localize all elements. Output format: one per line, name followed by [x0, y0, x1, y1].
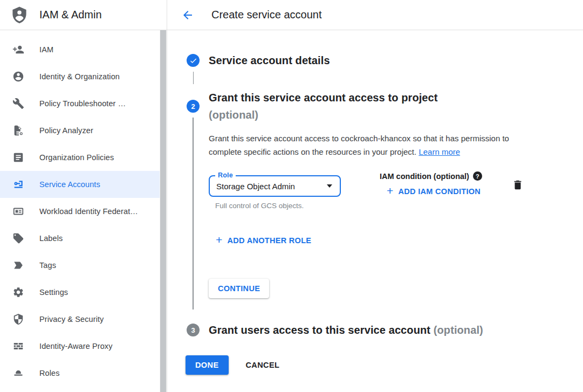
gear-icon [12, 286, 24, 298]
role-select-value: Storage Object Admin [216, 182, 295, 191]
add-another-role-label: ADD ANOTHER ROLE [228, 236, 312, 245]
footer-actions: DONE CANCEL [186, 355, 583, 375]
org-policies-icon [12, 152, 24, 163]
sidebar-item-labels[interactable]: Labels [0, 225, 160, 252]
policy-analyzer-icon [12, 125, 24, 136]
step-1-completed-check-icon [187, 54, 200, 67]
sidebar-item-tags[interactable]: Tags [0, 252, 160, 279]
sidebar-item-label: Identity-Aware Proxy [39, 342, 113, 350]
step-1-title: Service account details [209, 54, 330, 67]
step-3-title: Grant users access to this service accou… [209, 324, 483, 336]
add-iam-condition-label: ADD IAM CONDITION [399, 187, 481, 196]
role-helper-text: Full control of GCS objects. [209, 202, 341, 210]
sidebar-item-identity-organization[interactable]: Identity & Organization [0, 63, 160, 90]
sidebar-nav: IAMIdentity & OrganizationPolicy Trouble… [0, 30, 167, 392]
sidebar-item-privacy-security[interactable]: Privacy & Security [0, 306, 160, 333]
step-connector-line [193, 118, 194, 310]
sidebar-item-identity-aware-proxy[interactable]: Identity-Aware Proxy [0, 333, 160, 360]
sidebar-item-roles[interactable]: Roles [0, 360, 160, 387]
sidebar-item-label: Workload Identity Federat… [39, 207, 138, 216]
sidebar-item-label: Settings [39, 288, 68, 297]
dropdown-arrow-icon [327, 184, 332, 188]
sidebar-item-policy-troubleshooter[interactable]: Policy Troubleshooter … [0, 90, 160, 117]
step-2-description-text: Grant this service account access to coc… [209, 134, 509, 156]
account-circle-icon [12, 71, 24, 82]
step-2-optional-label: (optional) [209, 106, 529, 123]
iam-condition-block: IAM condition (optional) ? + ADD IAM CON… [380, 171, 482, 210]
sidebar-scrollbar [160, 30, 167, 392]
hat-icon [12, 367, 24, 379]
sidebar-item-policy-analyzer[interactable]: Policy Analyzer [0, 117, 160, 144]
sidebar-item-label: Organization Policies [39, 153, 114, 162]
label-tag-icon [12, 232, 24, 244]
cancel-button[interactable]: CANCEL [246, 355, 280, 375]
main-content: Service account details 2 Grant this ser… [167, 30, 583, 392]
delete-role-trash-icon[interactable] [512, 179, 525, 192]
iam-admin-shield-logo-icon [9, 4, 29, 26]
done-button[interactable]: DONE [186, 355, 229, 375]
service-account-key-icon [12, 178, 24, 190]
step-2-number-badge: 2 [187, 100, 200, 113]
step-3-optional-label: (optional) [434, 324, 483, 336]
sidebar-item-label: Policy Analyzer [39, 126, 93, 135]
role-select-label: Role [215, 171, 236, 179]
product-title: IAM & Admin [39, 9, 102, 21]
sidebar-item-label: Service Accounts [39, 180, 100, 189]
role-select[interactable]: Role Storage Object Admin [209, 175, 341, 197]
proxy-wall-icon [12, 340, 24, 352]
step-2-description: Grant this service account access to coc… [209, 132, 529, 159]
step-2-title: Grant this service account access to pro… [209, 89, 529, 106]
wrench-icon [12, 98, 24, 109]
add-another-role-button[interactable]: + ADD ANOTHER ROLE [216, 235, 529, 246]
back-arrow-icon[interactable] [181, 9, 194, 22]
sidebar-item-settings[interactable]: Settings [0, 279, 160, 306]
learn-more-link[interactable]: Learn more [419, 147, 460, 156]
iam-condition-label: IAM condition (optional) [380, 172, 469, 181]
role-field-group: Role Storage Object Admin Full control o… [209, 175, 341, 210]
plus-icon: + [387, 185, 394, 196]
sidebar-item-label: Tags [39, 261, 56, 270]
tag-arrow-icon [12, 259, 24, 271]
step-1-service-account-details: Service account details [187, 54, 583, 67]
top-app-bar: IAM & Admin Create service account [0, 0, 583, 30]
step-3-number-badge: 3 [187, 324, 200, 336]
sidebar-item-label: Labels [39, 234, 63, 243]
person-add-icon [12, 44, 24, 56]
step-2-marker: 2 [187, 89, 200, 310]
step-3-grant-users-access: 3 Grant users access to this service acc… [187, 324, 583, 336]
sidebar-item-iam[interactable]: IAM [0, 36, 160, 63]
help-icon[interactable]: ? [473, 171, 482, 181]
sidebar-item-label: Policy Troubleshooter … [39, 99, 126, 108]
sidebar-item-label: IAM [39, 45, 53, 54]
shield-half-icon [12, 313, 24, 325]
page-header: Create service account [167, 0, 322, 30]
step-connector-line [193, 72, 194, 84]
product-header: IAM & Admin [0, 0, 167, 30]
page-title: Create service account [211, 9, 322, 21]
sidebar-item-label: Privacy & Security [39, 315, 104, 324]
sidebar-item-service-accounts[interactable]: Service Accounts [0, 171, 160, 198]
sidebar-scrollbar-thumb[interactable] [160, 30, 166, 392]
plus-icon: + [216, 234, 223, 245]
sidebar-item-organization-policies[interactable]: Organization Policies [0, 144, 160, 171]
add-iam-condition-button[interactable]: + ADD IAM CONDITION [387, 185, 482, 197]
step-3-title-text: Grant users access to this service accou… [209, 324, 430, 336]
step-2-heading: Grant this service account access to pro… [209, 89, 529, 123]
sidebar-item-label: Roles [39, 369, 60, 377]
role-row: Role Storage Object Admin Full control o… [209, 175, 525, 210]
sidebar-item-label: Identity & Organization [39, 72, 120, 81]
sidebar-item-workload-identity-federation[interactable]: Workload Identity Federat… [0, 198, 160, 225]
badge-card-icon [12, 205, 24, 217]
step-2-grant-access: 2 Grant this service account access to p… [187, 89, 583, 310]
continue-button[interactable]: CONTINUE [209, 279, 269, 298]
